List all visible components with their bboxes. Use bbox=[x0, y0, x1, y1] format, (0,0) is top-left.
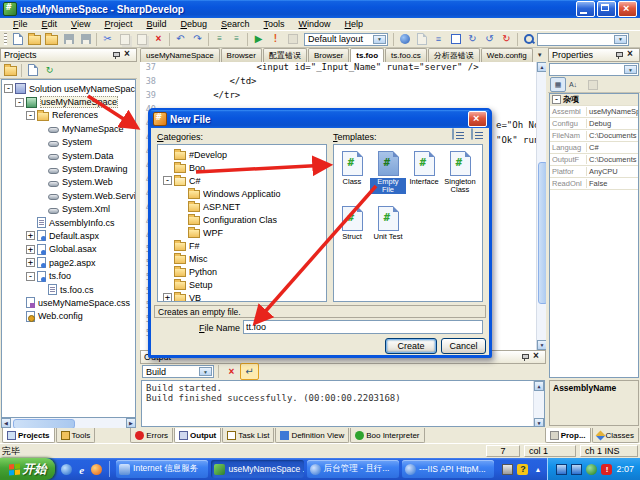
category-item[interactable]: ASP.NET bbox=[158, 200, 326, 213]
tree-item-project[interactable]: useMyNameSpace bbox=[2, 95, 135, 108]
start-button[interactable]: 开始 bbox=[0, 458, 55, 480]
network2-icon[interactable] bbox=[571, 464, 582, 475]
new-file-button[interactable] bbox=[9, 32, 26, 47]
expand-icon[interactable] bbox=[163, 293, 172, 302]
quick-launch-firefox-icon[interactable] bbox=[91, 464, 102, 475]
tab-web-config[interactable]: Web.config bbox=[481, 48, 533, 62]
collapse-icon[interactable] bbox=[4, 84, 13, 93]
tree-item-file[interactable]: Global.asax bbox=[2, 243, 135, 256]
output-category-combo[interactable]: Build bbox=[142, 365, 214, 378]
category-item[interactable]: Python bbox=[158, 265, 326, 278]
template-struct[interactable]: Struct bbox=[334, 206, 370, 241]
dock-tab-properties[interactable]: Prop... bbox=[545, 428, 591, 443]
category-item-csharp[interactable]: C# bbox=[158, 174, 326, 187]
collapse-icon[interactable] bbox=[552, 95, 561, 104]
tree-item-reference[interactable]: System.Xml bbox=[2, 203, 135, 216]
view-list-button[interactable]: ≡ bbox=[430, 32, 447, 47]
show-all-files-button[interactable] bbox=[24, 63, 41, 78]
dock-tab-output[interactable]: Output bbox=[174, 428, 221, 443]
category-item[interactable]: #Develop bbox=[158, 148, 326, 161]
refresh-tree-button[interactable]: ↻ bbox=[41, 63, 58, 78]
expand-icon[interactable] bbox=[26, 258, 35, 267]
collapse-icon[interactable] bbox=[15, 98, 24, 107]
property-row[interactable]: FileNamC:\Documents bbox=[550, 130, 638, 142]
tree-item-references[interactable]: References bbox=[2, 109, 135, 122]
tab-ts-foo[interactable]: ts.foo bbox=[350, 48, 384, 63]
paste-button[interactable] bbox=[133, 32, 150, 47]
template-empty-file[interactable]: Empty File bbox=[370, 151, 406, 194]
property-row[interactable]: PlatforAnyCPU bbox=[550, 166, 638, 178]
property-pages-button[interactable] bbox=[586, 77, 600, 92]
expand-icon[interactable] bbox=[26, 245, 35, 254]
property-row[interactable]: ConfiguDebug bbox=[550, 118, 638, 130]
menu-project[interactable]: Project bbox=[97, 19, 139, 29]
category-item[interactable]: F# bbox=[158, 239, 326, 252]
quick-launch-msn-icon[interactable] bbox=[61, 464, 72, 475]
dock-tab-errors[interactable]: Errors bbox=[130, 428, 173, 443]
task-button-sharpdevelop[interactable]: useMyNameSpace ... bbox=[211, 460, 303, 478]
search-button[interactable] bbox=[520, 32, 537, 47]
dialog-close-button[interactable] bbox=[468, 111, 487, 127]
category-item[interactable]: WPF bbox=[158, 226, 326, 239]
alphabetical-sort-button[interactable]: A↓ bbox=[566, 77, 580, 92]
word-wrap-button[interactable]: ↵ bbox=[240, 363, 259, 380]
tab-analyzer-errors[interactable]: 分析器错误 bbox=[428, 48, 480, 62]
stop-load-button[interactable]: ↻ bbox=[498, 32, 515, 47]
property-row[interactable]: OutputFC:\Documents bbox=[550, 154, 638, 166]
toolbar-grip[interactable] bbox=[4, 33, 7, 45]
tree-item-reference[interactable]: System.Web bbox=[2, 176, 135, 189]
layout-combo[interactable]: Default layout bbox=[304, 33, 388, 46]
quick-launch-ie-icon[interactable]: e bbox=[76, 464, 87, 475]
project-options-button[interactable] bbox=[2, 63, 19, 78]
close-panel-icon[interactable] bbox=[626, 50, 636, 60]
collapse-icon[interactable] bbox=[26, 111, 35, 120]
projects-hscrollbar[interactable]: ◀ ▶ bbox=[1, 418, 136, 428]
refresh-button[interactable]: ↻ bbox=[464, 32, 481, 47]
category-item[interactable]: Misc bbox=[158, 252, 326, 265]
pin-icon[interactable] bbox=[111, 50, 121, 60]
save-all-button[interactable] bbox=[77, 32, 94, 47]
dock-tab-projects[interactable]: Projects bbox=[2, 428, 55, 443]
menu-view[interactable]: View bbox=[64, 19, 97, 29]
cut-button[interactable]: ✂ bbox=[99, 32, 116, 47]
url-combo[interactable] bbox=[537, 33, 629, 46]
template-singleton-class[interactable]: Singleton Class bbox=[442, 151, 478, 194]
open-file-button[interactable] bbox=[26, 32, 43, 47]
maximize-button[interactable] bbox=[597, 1, 616, 17]
menu-build[interactable]: Build bbox=[139, 19, 173, 29]
tree-item-reference[interactable]: System bbox=[2, 136, 135, 149]
dock-tab-definition-view[interactable]: Definition View bbox=[275, 428, 349, 443]
task-button-iis[interactable]: Internet 信息服务 bbox=[116, 460, 208, 478]
stop-button[interactable] bbox=[284, 32, 301, 47]
antivirus-icon[interactable] bbox=[586, 464, 597, 475]
uncomment-region-button[interactable]: ≡ bbox=[228, 32, 245, 47]
tab-browser-1[interactable]: Browser bbox=[221, 48, 262, 62]
pin-icon[interactable] bbox=[520, 352, 530, 362]
categorized-view-button[interactable]: ▦ bbox=[550, 77, 566, 92]
tree-item-file[interactable]: ts.foo.cs bbox=[2, 283, 135, 296]
dock-tab-tools[interactable]: Tools bbox=[56, 428, 96, 443]
tab-config-errors[interactable]: 配置错误 bbox=[263, 48, 307, 62]
menu-window[interactable]: Window bbox=[292, 19, 338, 29]
frame-button[interactable] bbox=[447, 32, 464, 47]
minimize-button[interactable] bbox=[576, 1, 595, 17]
build-button[interactable]: ! bbox=[267, 32, 284, 47]
close-panel-icon[interactable] bbox=[123, 50, 133, 60]
dock-tab-boo-interpreter[interactable]: Boo Interpreter bbox=[350, 428, 424, 443]
menu-tools[interactable]: Tools bbox=[257, 19, 292, 29]
tab-browser-2[interactable]: Browser bbox=[308, 48, 349, 62]
tree-item-file[interactable]: Web.config bbox=[2, 310, 135, 323]
redo-button[interactable]: ↷ bbox=[189, 32, 206, 47]
details-view-button[interactable] bbox=[471, 128, 473, 140]
tree-item-file[interactable]: page2.aspx bbox=[2, 256, 135, 269]
collapse-icon[interactable] bbox=[26, 272, 35, 281]
menu-debug[interactable]: Debug bbox=[173, 19, 214, 29]
printer-tray-icon[interactable] bbox=[502, 464, 513, 475]
menu-help[interactable]: Help bbox=[338, 19, 371, 29]
collapse-tray-icon[interactable]: ▲ bbox=[532, 464, 543, 475]
dock-tab-task-list[interactable]: Task List bbox=[222, 428, 274, 443]
open-project-button[interactable] bbox=[43, 32, 60, 47]
menu-search[interactable]: Search bbox=[214, 19, 257, 29]
tab-ts-foo-cs[interactable]: ts.foo.cs bbox=[385, 48, 427, 62]
tree-item-file[interactable]: ts.foo bbox=[2, 269, 135, 282]
